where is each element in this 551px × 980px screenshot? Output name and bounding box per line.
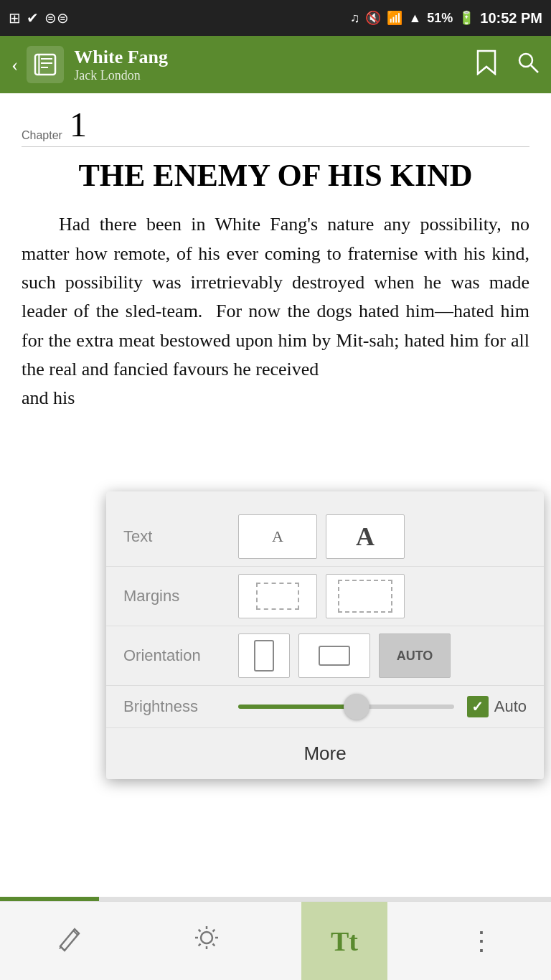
chapter-header: Chapter 1 — [22, 108, 529, 147]
text-settings-row: Text A A — [106, 507, 544, 567]
checkbox-checked-icon — [467, 696, 489, 717]
auto-label: AUTO — [397, 649, 433, 664]
orientation-label: Orientation — [123, 646, 238, 665]
wifi-icon: 📶 — [387, 10, 402, 26]
check-icon: ✔ — [27, 9, 39, 27]
svg-point-5 — [519, 54, 532, 67]
small-a-icon: A — [272, 527, 283, 546]
auto-brightness-label: Auto — [494, 697, 527, 716]
orientation-settings-row: Orientation AUTO — [106, 626, 544, 686]
settings-panel: Text A A Margins — [106, 491, 544, 779]
portrait-button[interactable] — [238, 633, 290, 678]
margins-label: Margins — [123, 587, 238, 606]
brightness-slider-thumb[interactable] — [344, 694, 369, 720]
text-icon: Tt — [331, 925, 358, 957]
status-bar: ⊞ ✔ ⊜⊜ ♫ 🔇 📶 ▲ 51% 🔋 10:52 PM — [0, 0, 551, 36]
portrait-icon — [254, 640, 274, 672]
text-tool-button[interactable]: Tt — [301, 902, 387, 980]
margin-small-button[interactable] — [238, 574, 317, 618]
svg-line-15 — [213, 930, 215, 932]
landscape-button[interactable] — [298, 633, 370, 678]
app-bar-actions — [476, 50, 540, 80]
margins-settings-row: Margins — [106, 567, 544, 626]
more-button[interactable]: More — [106, 727, 544, 779]
text-small-button[interactable]: A — [238, 514, 317, 559]
status-right-info: ♫ 🔇 📶 ▲ 51% 🔋 10:52 PM — [350, 10, 542, 27]
brightness-icon — [192, 923, 221, 958]
back-button[interactable]: ‹ — [11, 53, 18, 76]
book-title: White Fang — [74, 47, 476, 68]
large-a-icon: A — [356, 522, 375, 552]
clock: 10:52 PM — [480, 10, 542, 27]
auto-brightness-checkbox[interactable]: Auto — [467, 696, 527, 717]
pencil-icon — [55, 923, 83, 958]
photo-icon: ⊞ — [9, 9, 21, 27]
brightness-row: Brightness Auto — [106, 686, 544, 727]
svg-line-14 — [213, 944, 215, 946]
app-bar: ‹ White Fang Jack London — [0, 36, 551, 93]
margin-large-button[interactable] — [326, 574, 405, 618]
brightness-tool-button[interactable] — [164, 902, 250, 980]
bookmark-button[interactable] — [476, 50, 496, 80]
more-dots-icon: ⋮ — [468, 926, 496, 956]
text-controls: A A — [238, 514, 527, 559]
paragraph-partial: and his — [22, 384, 529, 413]
chapter-title: THE ENEMY OF HIS KIND — [22, 159, 529, 193]
orientation-controls: AUTO — [238, 633, 527, 678]
paragraph-1: Had there been in White Fang's nature an… — [22, 210, 529, 384]
signal-icon: ▲ — [408, 11, 421, 26]
auto-orientation-button[interactable]: AUTO — [379, 633, 451, 678]
margin-small-icon — [256, 583, 299, 610]
chapter-label: Chapter — [22, 129, 62, 142]
book-text: Had there been in White Fang's nature an… — [22, 210, 529, 413]
voicemail-icon: ⊜⊜ — [44, 9, 69, 27]
more-tool-button[interactable]: ⋮ — [439, 902, 525, 980]
brightness-slider-wrap — [238, 705, 454, 709]
mute-icon: 🔇 — [365, 10, 381, 26]
speaker-icon: ♫ — [350, 11, 360, 26]
battery-icon: 🔋 — [458, 10, 474, 26]
margins-controls — [238, 574, 527, 618]
landscape-icon — [319, 646, 350, 666]
bottom-toolbar: Tt ⋮ — [0, 901, 551, 980]
app-bar-title: White Fang Jack London — [74, 47, 476, 83]
brightness-label: Brightness — [123, 697, 238, 716]
status-left-icons: ⊞ ✔ ⊜⊜ — [9, 9, 69, 27]
margin-large-icon — [338, 580, 392, 613]
brightness-slider-track[interactable] — [238, 705, 454, 709]
chapter-number: 1 — [70, 108, 87, 142]
more-label: More — [303, 743, 346, 764]
reading-area: Chapter 1 THE ENEMY OF HIS KIND Had ther… — [0, 93, 551, 897]
pencil-tool-button[interactable] — [26, 902, 112, 980]
battery-percent: 51% — [427, 11, 453, 26]
text-label: Text — [123, 527, 238, 546]
svg-line-13 — [199, 930, 201, 932]
book-icon — [27, 46, 64, 83]
svg-line-6 — [531, 65, 538, 72]
text-large-button[interactable]: A — [326, 514, 405, 559]
svg-line-16 — [199, 944, 201, 946]
search-button[interactable] — [517, 51, 540, 79]
svg-rect-1 — [38, 55, 40, 75]
svg-point-8 — [201, 932, 212, 943]
book-author: Jack London — [74, 68, 476, 83]
